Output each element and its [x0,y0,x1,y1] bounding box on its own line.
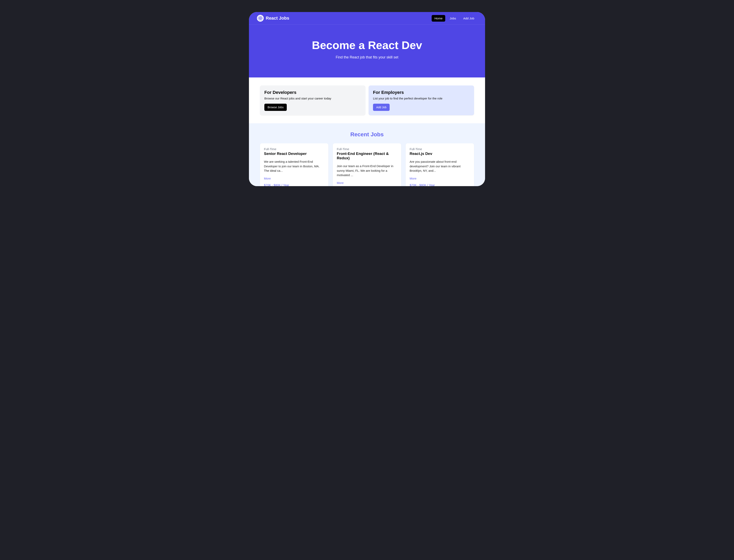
add-job-button[interactable]: Add Job [373,104,389,111]
more-link[interactable]: More [264,177,325,180]
job-title: Senior React Developer [264,152,325,156]
job-type: Full-Time [264,147,325,151]
nav-jobs[interactable]: Jobs [447,15,459,22]
promo-dev-title: For Developers [264,90,361,95]
job-title: Front-End Engineer (React & Redux) [337,152,397,160]
job-desc: Are you passionate about front-end devel… [409,160,470,173]
browse-jobs-button[interactable]: Browse Jobs [264,104,287,111]
promo-dev-desc: Browse our React jobs and start your car… [264,97,361,100]
hero-title: Become a React Dev [255,39,479,52]
brand[interactable]: React Jobs [257,15,289,22]
promo-section: For Developers Browse our React jobs and… [249,77,485,123]
promo-container: For Developers Browse our React jobs and… [260,85,474,115]
more-link[interactable]: More [337,181,397,185]
nav-add-job[interactable]: Add Job [460,15,477,22]
section-heading: Recent Jobs [257,131,477,138]
react-logo-icon [257,15,264,22]
job-salary: $70K - $80K / Year [409,183,470,186]
job-salary: $70K - $80K / Year [264,183,325,186]
hero: Become a React Dev Find the React job th… [249,25,485,77]
hero-subtitle: Find the React job that fits your skill … [255,55,479,59]
promo-card-developers: For Developers Browse our React jobs and… [260,85,366,115]
brand-name: React Jobs [266,16,289,21]
job-title: React.js Dev [409,152,470,156]
job-desc: We are seeking a talented Front-End Deve… [264,160,325,173]
promo-emp-title: For Employers [373,90,470,95]
job-card: Full-Time Senior React Developer We are … [260,143,329,186]
jobs-section: Recent Jobs Full-Time Senior React Devel… [249,123,485,186]
promo-emp-desc: List your job to find the perfect develo… [373,97,470,100]
navbar: React Jobs Home Jobs Add Job [249,12,485,25]
job-type: Full-Time [409,147,470,151]
job-card: Full-Time React.js Dev Are you passionat… [405,143,474,186]
job-card: Full-Time Front-End Engineer (React & Re… [333,143,401,186]
svg-point-0 [260,18,261,19]
job-type: Full-Time [337,147,397,151]
nav-home[interactable]: Home [431,15,445,22]
nav-links: Home Jobs Add Job [431,15,477,22]
promo-card-employers: For Employers List your job to find the … [368,85,474,115]
more-link[interactable]: More [409,177,470,180]
job-desc: Join our team as a Front-End Developer i… [337,164,397,178]
jobs-grid: Full-Time Senior React Developer We are … [260,143,474,186]
app-frame: React Jobs Home Jobs Add Job Become a Re… [249,12,485,186]
